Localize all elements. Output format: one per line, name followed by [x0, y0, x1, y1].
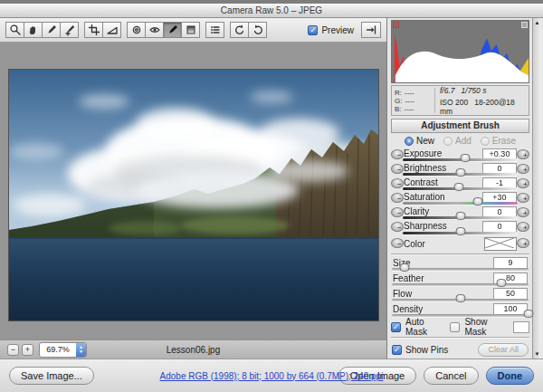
decrease-button[interactable]: − [391, 193, 404, 203]
increase-button[interactable]: + [517, 207, 529, 217]
slider-track[interactable] [392, 299, 529, 301]
mask-color-swatch[interactable] [513, 321, 529, 333]
color-swatch[interactable] [484, 237, 517, 251]
radio-icon[interactable] [481, 137, 490, 146]
decrease-button[interactable]: − [391, 149, 404, 159]
slider-thumb[interactable] [454, 183, 464, 191]
mode-add[interactable]: Add [443, 136, 472, 146]
zoom-level-select[interactable]: 69.7% ▲ ▼ [39, 342, 87, 358]
mode-new[interactable]: New [405, 136, 434, 146]
slider-thumb[interactable] [455, 212, 465, 220]
pins-row: ✓ Show Pins Clear All [391, 340, 529, 359]
photo-preview[interactable] [8, 69, 379, 321]
slider-thumb[interactable] [496, 279, 506, 287]
title-bar: Camera Raw 5.0 – JPEG [0, 4, 543, 18]
decrease-button[interactable]: − [391, 222, 404, 232]
size-value-field[interactable]: 9 [493, 257, 528, 269]
decrease-button[interactable]: − [391, 207, 404, 217]
zoom-in-button[interactable]: + [22, 344, 33, 356]
hand-tool-icon[interactable] [24, 22, 43, 38]
slider-saturation: − Saturation +30 + [391, 192, 529, 206]
done-button[interactable]: Done [486, 367, 535, 385]
slider-track[interactable] [403, 216, 518, 219]
slider-track[interactable] [403, 187, 518, 190]
exif-readout: R:---- G:---- B:---- f/6.71/750 s ISO 20… [391, 85, 529, 116]
stepper-icon[interactable]: ▲ ▼ [76, 343, 86, 357]
slider-track[interactable] [403, 173, 518, 176]
density-value-field[interactable]: 100 [493, 303, 528, 315]
slider-track[interactable] [392, 283, 529, 286]
red-eye-tool-icon[interactable] [145, 22, 164, 38]
increase-button[interactable]: + [517, 193, 529, 203]
spot-removal-tool-icon[interactable] [127, 22, 146, 38]
radio-icon[interactable] [405, 137, 414, 146]
slider-thumb[interactable] [524, 310, 534, 318]
camera-raw-dialog: Camera Raw 5.0 – JPEG [0, 0, 543, 392]
slider-track[interactable] [403, 232, 518, 234]
clear-all-button[interactable]: Clear All [478, 343, 529, 357]
rotate-right-icon[interactable] [248, 22, 267, 38]
slider-exposure: − Exposure +0.30 + [391, 148, 529, 163]
status-bar: − + 69.7% ▲ ▼ Lesson06.jpg [0, 339, 386, 359]
slider-track[interactable] [392, 268, 529, 271]
bottom-bar: Save Image... Adobe RGB (1998); 8 bit; 1… [0, 359, 543, 392]
panel-scrollbar[interactable]: ▲ ▼ [532, 18, 541, 359]
left-column: ✓ Preview [0, 18, 387, 359]
graduated-filter-tool-icon[interactable] [181, 22, 200, 38]
flow-value-field[interactable]: 50 [493, 288, 528, 300]
slider-track[interactable] [403, 202, 518, 205]
workflow-options-text[interactable]: Adobe RGB (1998); 8 bit; 1000 by 664 (0.… [160, 371, 384, 381]
slider-thumb[interactable] [399, 263, 409, 272]
mask-options-row: ✓ Auto Mask Show Mask [391, 320, 529, 334]
adjustment-brush-tool-icon[interactable] [163, 22, 182, 38]
slider-thumb[interactable] [455, 294, 465, 302]
panel-title[interactable]: Adjustment Brush [391, 119, 529, 133]
slider-track[interactable] [403, 158, 518, 161]
white-balance-tool-icon[interactable] [42, 22, 61, 38]
brush-mode-group: New Add Erase [391, 134, 529, 148]
auto-mask-checkbox[interactable]: ✓ [391, 322, 401, 332]
increase-button[interactable]: + [517, 238, 529, 248]
increase-button[interactable]: + [517, 222, 529, 232]
radio-icon[interactable] [443, 137, 452, 146]
scroll-down-icon[interactable]: ▼ [535, 351, 540, 357]
plus-icon: + [25, 345, 30, 354]
shadow-clipping-indicator[interactable] [393, 22, 399, 28]
preferences-icon[interactable] [205, 22, 224, 38]
show-pins-checkbox[interactable]: ✓ [392, 345, 402, 355]
decrease-button[interactable]: − [391, 164, 404, 174]
decrease-button[interactable]: − [391, 178, 404, 188]
slider-thumb[interactable] [472, 197, 482, 206]
check-icon: ✓ [310, 26, 317, 34]
image-canvas[interactable] [0, 43, 386, 339]
color-sampler-tool-icon[interactable] [60, 22, 79, 38]
toolbar-group-prefs [205, 22, 224, 38]
slider-thumb[interactable] [455, 227, 465, 235]
increase-button[interactable]: + [517, 149, 529, 159]
increase-button[interactable]: + [517, 178, 529, 188]
decrease-button[interactable]: − [391, 238, 404, 248]
preview-toggle[interactable]: ✓ Preview [308, 25, 354, 35]
scroll-up-icon[interactable]: ▲ [535, 20, 540, 25]
slider-clarity: − Clarity 0 + [391, 206, 529, 221]
zoom-tool-icon[interactable] [5, 22, 24, 38]
show-mask-checkbox[interactable] [450, 322, 460, 332]
mode-erase[interactable]: Erase [481, 136, 516, 146]
preview-label: Preview [321, 25, 354, 35]
preview-checkbox[interactable]: ✓ [308, 25, 318, 35]
slider-thumb[interactable] [455, 168, 465, 177]
rotate-left-icon[interactable] [230, 22, 249, 38]
slider-track[interactable] [392, 314, 529, 317]
increase-button[interactable]: + [517, 164, 529, 174]
save-image-button[interactable]: Save Image... [9, 367, 94, 385]
highlight-clipping-indicator[interactable] [521, 22, 528, 28]
zoom-out-button[interactable]: − [7, 344, 19, 356]
straighten-tool-icon[interactable] [102, 22, 121, 38]
color-row: − Color + [391, 237, 529, 251]
cancel-button[interactable]: Cancel [424, 367, 478, 385]
fullscreen-toggle-button[interactable] [361, 22, 381, 38]
toolbar-group-retouch [127, 22, 199, 38]
slider-thumb[interactable] [460, 154, 470, 162]
crop-tool-icon[interactable] [84, 22, 103, 38]
dialog-content: ✓ Preview [0, 18, 543, 359]
